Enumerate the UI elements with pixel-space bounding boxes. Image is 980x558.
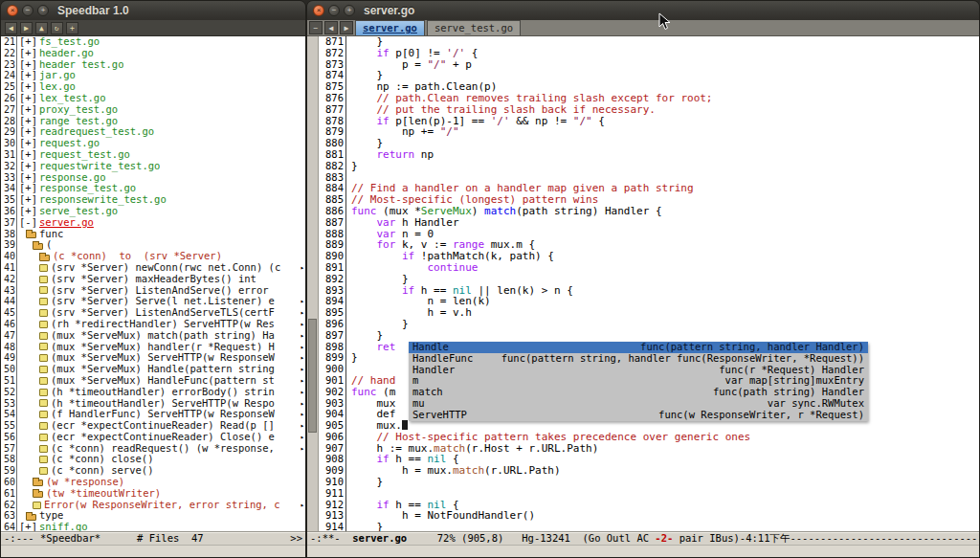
- expander-toggle[interactable]: [+]: [19, 93, 37, 104]
- tab-serve-test-go[interactable]: serve_test.go: [427, 20, 521, 35]
- speedbar-tag-item[interactable]: 56(ecr *expectContinueReader) Close() e▸: [1, 432, 305, 443]
- speedbar-file-item[interactable]: 25[+]lex.go: [1, 81, 305, 93]
- speedbar-group-item[interactable]: 60(w *response): [1, 477, 305, 488]
- speedbar-file-item[interactable]: 27[+]proxy_test.go: [1, 104, 305, 116]
- code-line[interactable]: 913 h = NotFoundHandler(): [319, 510, 979, 522]
- speedbar-file-item[interactable]: 24[+]jar.go: [1, 70, 305, 81]
- expander-toggle[interactable]: [+]: [19, 149, 37, 161]
- speedbar-file-item[interactable]: 36[+]serve_test.go: [1, 206, 305, 217]
- expander-toggle[interactable]: [+]: [19, 161, 37, 172]
- back-icon[interactable]: ◀: [5, 22, 17, 34]
- speedbar-group-item[interactable]: 39(: [1, 239, 305, 251]
- speedbar-tag-item[interactable]: 50(mux *ServeMux) Handle(pattern string▸: [1, 364, 305, 375]
- speedbar-file-item[interactable]: 21[+]fs_test.go: [1, 36, 305, 48]
- speedbar-group-item[interactable]: 40(c *conn) to (srv *Server): [1, 251, 305, 262]
- speedbar-scroll-indicator[interactable]: >>: [290, 532, 302, 545]
- speedbar-titlebar[interactable]: × − + Speedbar 1.0: [1, 1, 305, 20]
- minimize-button[interactable]: −: [328, 5, 340, 16]
- speedbar-group-item[interactable]: 61(tw *timeoutWriter): [1, 488, 305, 500]
- speedbar-tag-item[interactable]: 54(f HandlerFunc) ServeHTTP(w ResponseW▸: [1, 409, 305, 420]
- speedbar-file-item[interactable]: 33[+]response.go: [1, 172, 305, 184]
- scrollbar-thumb[interactable]: [308, 319, 317, 433]
- completion-item[interactable]: ServeHTTPfunc(w ResponseWriter, r *Reque…: [409, 410, 868, 421]
- speedbar-tag-item[interactable]: 51(mux *ServeMux) HandleFunc(pattern st▸: [1, 375, 305, 387]
- expander-toggle[interactable]: [+]: [19, 48, 37, 59]
- speedbar-file-item[interactable]: 28[+]range_test.go: [1, 116, 305, 127]
- speedbar-tag-item[interactable]: 47(mux *ServeMux) match(path string) Ha▸: [1, 330, 305, 342]
- close-button[interactable]: ×: [7, 5, 18, 16]
- speedbar-file-item[interactable]: 26[+]lex_test.go: [1, 93, 305, 104]
- speedbar-file-item[interactable]: 29[+]readrequest_test.go: [1, 126, 305, 138]
- code-line[interactable]: 895 h = v.h: [319, 307, 979, 319]
- tab-server-go[interactable]: server.go: [355, 20, 425, 35]
- speedbar-tag-item[interactable]: 53(h *timeoutHandler) ServeHTTP(w Respo▸: [1, 398, 305, 410]
- tab-scroll-right-icon[interactable]: ▶: [340, 21, 353, 34]
- speedbar-group-item[interactable]: 38func: [1, 229, 305, 240]
- code-line[interactable]: 881 return np: [319, 149, 979, 161]
- speedbar-tag-item[interactable]: 59(c *conn) serve(): [1, 465, 305, 477]
- speedbar-group-item[interactable]: 63type: [1, 510, 305, 522]
- speedbar-file-item[interactable]: 64[+]sniff.go: [1, 522, 305, 531]
- vertical-scrollbar[interactable]: [307, 36, 319, 531]
- code-line[interactable]: 914 }: [319, 522, 979, 531]
- expander-toggle[interactable]: [+]: [19, 206, 37, 217]
- item-label: Error(w ResponseWriter, error string, c: [44, 500, 280, 511]
- completion-item[interactable]: HandleFuncfunc(pattern string, handler f…: [409, 353, 868, 365]
- speedbar-tag-item[interactable]: 46(rh *redirectHandler) ServeHTTP(w Res▸: [1, 319, 305, 330]
- forward-icon[interactable]: ▶: [20, 22, 33, 34]
- tab-scroll-left-icon[interactable]: ◀: [324, 21, 338, 34]
- up-directory-icon[interactable]: ▲: [35, 22, 48, 34]
- speedbar-tag-item[interactable]: 57(c *conn) readRequest() (w *response,▸: [1, 443, 305, 455]
- item-label: (: [46, 239, 52, 251]
- code-line[interactable]: 910 }: [319, 477, 979, 488]
- completion-item[interactable]: Handlefunc(pattern string, handler Handl…: [409, 342, 868, 353]
- speedbar-tag-item[interactable]: 45(srv *Server) ListenAndServeTLS(certF▸: [1, 307, 305, 319]
- speedbar-file-item[interactable]: 30[+]request.go: [1, 138, 305, 149]
- speedbar-file-item[interactable]: 37[-]server.go: [1, 217, 305, 229]
- speedbar-file-item[interactable]: 35[+]responsewrite_test.go: [1, 194, 305, 206]
- code-line[interactable]: 896 }: [319, 319, 979, 330]
- expander-toggle[interactable]: [+]: [19, 104, 37, 116]
- speedbar-modeline[interactable]: -:--- *Speedbar* # Files 47 >>: [1, 531, 305, 545]
- close-button[interactable]: ×: [313, 5, 324, 16]
- editor-modeline[interactable]: -:**- server.go 72% (905,8) Hg-13241 (Go…: [307, 531, 979, 545]
- completion-item[interactable]: mvar map[string]muxEntry: [409, 375, 868, 387]
- speedbar-file-item[interactable]: 22[+]header.go: [1, 48, 305, 59]
- code-line[interactable]: 882}: [319, 161, 979, 172]
- speedbar-tag-item[interactable]: 48(mux *ServeMux) handler(r *Request) H▸: [1, 342, 305, 353]
- completion-item[interactable]: matchfunc(path string) Handler: [409, 387, 868, 398]
- speedbar-file-item[interactable]: 31[+]request_test.go: [1, 149, 305, 161]
- maximize-button[interactable]: +: [37, 5, 49, 16]
- speedbar-tag-item[interactable]: 62Error(w ResponseWriter, error string, …: [1, 500, 305, 511]
- line-number: 42: [1, 274, 17, 285]
- code-line[interactable]: 897 }: [319, 330, 979, 342]
- code-line[interactable]: 891 continue: [319, 262, 979, 274]
- expander-toggle[interactable]: [+]: [19, 522, 37, 531]
- speedbar-tag-item[interactable]: 42(srv *Server) maxHeaderBytes() int: [1, 274, 305, 285]
- speedbar-tag-item[interactable]: 43(srv *Server) ListenAndServe() error: [1, 285, 305, 297]
- code-line[interactable]: 909 h = mux.match(r.URL.Path): [319, 465, 979, 477]
- expander-toggle[interactable]: [-]: [19, 217, 37, 229]
- speedbar-tag-item[interactable]: 52(h *timeoutHandler) errorBody() strin▸: [1, 387, 305, 398]
- speedbar-tag-item[interactable]: 49(mux *ServeMux) ServeHTTP(w ResponseW▸: [1, 352, 305, 364]
- line-number: 39: [1, 239, 17, 251]
- code-area[interactable]: 871 }872 if p[0] != '/' {873 p = "/" + p…: [319, 36, 979, 531]
- code-line[interactable]: 879 np += "/": [319, 126, 979, 138]
- completion-item[interactable]: muvar sync.RWMutex: [409, 398, 868, 410]
- speedbar-tag-item[interactable]: 55(ecr *expectContinueReader) Read(p []▸: [1, 420, 305, 432]
- maximize-button[interactable]: +: [344, 5, 355, 16]
- completion-item[interactable]: Handlerfunc(r *Request) Handler: [409, 365, 868, 376]
- speedbar-file-item[interactable]: 32[+]requestwrite_test.go: [1, 161, 305, 172]
- editor-titlebar[interactable]: × − + server.go: [307, 1, 979, 20]
- speedbar-tag-item[interactable]: 44(srv *Server) Serve(l net.Listener) e▸: [1, 296, 305, 307]
- speedbar-file-item[interactable]: 34[+]response_test.go: [1, 183, 305, 194]
- new-item-icon[interactable]: +: [66, 22, 78, 34]
- minimize-button[interactable]: −: [22, 5, 33, 16]
- tab-home-icon[interactable]: −: [309, 21, 323, 34]
- speedbar-tag-item[interactable]: 41(srv *Server) newConn(rwc net.Conn) (c…: [1, 262, 305, 274]
- refresh-icon[interactable]: ↻: [51, 22, 63, 34]
- speedbar-tag-item[interactable]: 58(c *conn) close(): [1, 454, 305, 465]
- line-number: 64: [1, 522, 17, 531]
- speedbar-file-item[interactable]: 23[+]header_test.go: [1, 59, 305, 71]
- code-line[interactable]: 873 p = "/" + p: [319, 59, 979, 71]
